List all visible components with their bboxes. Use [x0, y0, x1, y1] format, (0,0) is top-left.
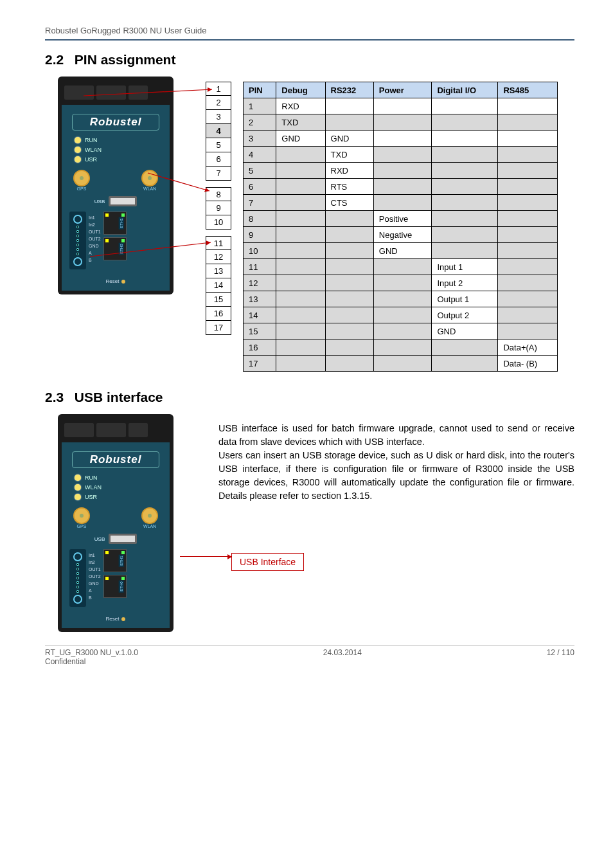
cell-pin: 10: [244, 243, 276, 259]
led-run-icon-2: [75, 475, 81, 481]
cell: [373, 356, 432, 372]
cell: [325, 307, 373, 323]
cell: [276, 275, 325, 291]
cell: CTS: [325, 195, 373, 211]
pin-number-cell: 12: [206, 250, 231, 264]
cell: [432, 114, 498, 131]
device-brand: Robustel: [72, 114, 159, 131]
cell: Output 1: [432, 291, 498, 307]
table-row: 3GNDGND: [244, 131, 558, 147]
eth1-port-icon-2: ETH1: [103, 549, 127, 572]
usb-port-label-2: USB: [94, 536, 105, 542]
cell-pin: 2: [244, 114, 276, 131]
cell-pin: 7: [244, 195, 276, 211]
eth0-label: ETH0: [119, 242, 124, 255]
cell: [276, 195, 325, 211]
table-header: Debug: [276, 82, 325, 98]
table-row: 10GND: [244, 243, 558, 259]
cell: [432, 98, 498, 114]
cell: [498, 275, 558, 291]
cell: [498, 259, 558, 275]
cell: Input 1: [432, 259, 498, 275]
cell-pin: 16: [244, 339, 276, 356]
cell: [276, 339, 325, 356]
antenna-gps-icon-2: [73, 507, 90, 524]
cell: [325, 114, 373, 131]
terminal-block-labels: In1 In2 OUT1 OUT2 GND A B: [89, 212, 101, 269]
device-image-pin: Robustel RUN WLAN USR GPS WLAN USB: [45, 77, 206, 294]
cell: [373, 98, 432, 114]
usb-interface-callout: USB Interface: [231, 553, 304, 571]
cell: [325, 98, 373, 114]
cell: [276, 211, 325, 227]
cell: Negative: [373, 227, 432, 243]
cell: [432, 147, 498, 163]
pin-number-cell: 10: [206, 215, 231, 230]
cell: [498, 307, 558, 323]
cell: RXD: [325, 163, 373, 179]
led-usr-icon: [75, 156, 81, 163]
pin-number-cell: 11: [206, 236, 231, 250]
pin-number-cell: 16: [206, 307, 231, 321]
cell-pin: 3: [244, 131, 276, 147]
cell: [276, 291, 325, 307]
cell: [325, 259, 373, 275]
pin-number-cell: 6: [206, 152, 231, 167]
reset-button-icon: [121, 280, 125, 284]
cell: GND: [325, 131, 373, 147]
cell: [498, 243, 558, 259]
led-wlan-icon-2: [75, 484, 81, 491]
table-row: 14Output 2: [244, 307, 558, 323]
cell: [498, 98, 558, 114]
cell: [373, 114, 432, 131]
table-row: 9Negative: [244, 227, 558, 243]
pin-number-cell: 4: [206, 124, 231, 138]
cell: [276, 259, 325, 275]
usb-port-icon: [109, 196, 137, 206]
pin-number-cell: 9: [206, 201, 231, 215]
cell-pin: 4: [244, 147, 276, 163]
cell: [373, 131, 432, 147]
cell: [276, 307, 325, 323]
antenna-gps-label: GPS: [73, 186, 90, 191]
cell: [498, 147, 558, 163]
cell: GND: [373, 243, 432, 259]
usb-port-icon-2: [109, 534, 137, 544]
cell-pin: 14: [244, 307, 276, 323]
cell: Positive: [373, 211, 432, 227]
cell: [276, 179, 325, 195]
pin-number-cell: 14: [206, 278, 231, 293]
cell: [498, 291, 558, 307]
cell: [325, 211, 373, 227]
led-wlan-icon: [75, 147, 81, 153]
usb-port-label: USB: [94, 199, 105, 204]
table-row: 17Data- (B): [244, 356, 558, 372]
cell: [373, 195, 432, 211]
cell: GND: [432, 323, 498, 339]
footer-date: 24.03.2014: [323, 648, 362, 666]
pin-number-cell: 8: [206, 187, 231, 201]
cell-pin: 15: [244, 323, 276, 339]
cell-pin: 12: [244, 275, 276, 291]
cell: [373, 179, 432, 195]
usb-description: USB interface is used for batch firmware…: [218, 414, 574, 503]
section-pin-heading: 2.2 PIN assignment: [45, 52, 574, 68]
pin-number-cell: 2: [206, 96, 231, 110]
cell: RXD: [276, 98, 325, 114]
cell: [498, 131, 558, 147]
table-row: 15GND: [244, 323, 558, 339]
table-row: 11Input 1: [244, 259, 558, 275]
antenna-gps-icon: [73, 170, 90, 186]
eth0-port-icon: ETH0: [103, 237, 127, 260]
cell: [325, 291, 373, 307]
led-run-label: RUN: [85, 137, 98, 143]
table-header: Digital I/O: [432, 82, 498, 98]
cell: [325, 243, 373, 259]
cell: [432, 356, 498, 372]
cell: [498, 163, 558, 179]
cell: [373, 307, 432, 323]
reset-label: Reset: [106, 278, 120, 284]
reset-button-icon-2: [121, 617, 125, 621]
device-image-usb: Robustel RUN WLAN USR GPS WLAN USB: [45, 414, 212, 632]
table-row: 16Data+(A): [244, 339, 558, 356]
